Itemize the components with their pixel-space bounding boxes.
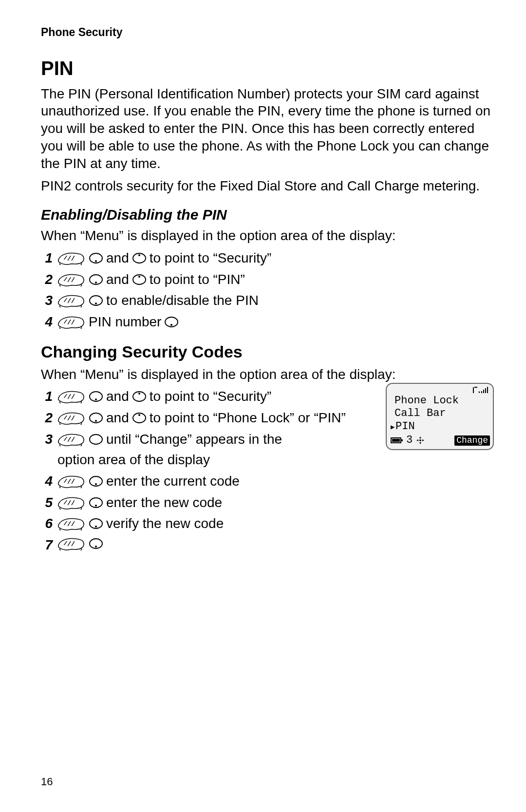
- step-text: to point to “Security”: [150, 249, 272, 267]
- press-hand-icon: [57, 251, 86, 265]
- step-number: 7: [41, 536, 57, 554]
- press-hand-icon: [57, 411, 86, 425]
- step-number: 5: [41, 494, 57, 511]
- step-text: to point to “Phone Lock” or “PIN”: [150, 409, 346, 427]
- navigate-button-icon: [132, 274, 147, 285]
- page-number: 16: [41, 775, 53, 789]
- manual-page: Phone Security PIN The PIN (Personal Ide…: [0, 0, 526, 812]
- step-number: 6: [41, 515, 57, 532]
- step-text: and: [106, 249, 129, 267]
- step-number: 3: [41, 292, 57, 309]
- phone-display-illustration: Phone Lock Call Bar PIN 3 Change: [386, 383, 494, 450]
- step-number: 3: [41, 431, 57, 448]
- enable-step-4: 4 PIN number: [41, 313, 494, 331]
- select-button-icon: [89, 475, 103, 487]
- select-button-icon: [89, 518, 103, 529]
- enable-step-2: 2 and to point to “PIN”: [41, 271, 494, 288]
- step-text: and: [106, 271, 129, 288]
- change-step-4: 4 enter the current code: [41, 472, 494, 490]
- enable-intro: When “Menu” is displayed in the option a…: [41, 227, 494, 245]
- step-text: to enable/disable the PIN: [106, 292, 259, 309]
- step-number: 4: [41, 313, 57, 331]
- press-hand-icon: [57, 315, 86, 329]
- screen-item-pin-selected: PIN: [390, 420, 490, 433]
- heading-changing-codes: Changing Security Codes: [41, 341, 494, 363]
- navigate-button-icon: [132, 412, 147, 424]
- press-hand-icon: [57, 474, 86, 489]
- press-hand-icon: [57, 272, 86, 287]
- select-button-icon: [89, 295, 103, 306]
- step-text: enter the new code: [106, 494, 222, 511]
- step-text: and: [106, 388, 129, 405]
- step-text: and: [106, 409, 129, 427]
- select-button-icon: [164, 316, 179, 328]
- signal-strength-icon: [472, 386, 489, 395]
- pin-paragraph-2: PIN2 controls security for the Fixed Dia…: [41, 177, 494, 195]
- step-number: 1: [41, 249, 57, 267]
- step-number: 4: [41, 472, 57, 490]
- change-step-6: 6 verify the new code: [41, 515, 494, 532]
- screen-item-phone-lock: Phone Lock: [390, 395, 490, 407]
- step-number: 2: [41, 271, 57, 288]
- step-number: 1: [41, 388, 57, 405]
- heading-enable-pin: Enabling/Disabling the PIN: [41, 206, 494, 224]
- press-hand-icon: [57, 536, 86, 551]
- press-hand-icon: [57, 389, 86, 404]
- running-head: Phone Security: [41, 25, 494, 39]
- enable-steps: 1 and to point to “Security” 2 and to po…: [41, 249, 494, 331]
- battery-icon: [391, 436, 403, 444]
- step-text: to point to “PIN”: [150, 271, 245, 288]
- step-text: PIN number: [89, 313, 161, 331]
- screen-item-call-bar: Call Bar: [390, 407, 490, 420]
- heading-pin: PIN: [41, 56, 494, 81]
- press-hand-icon: [57, 293, 86, 308]
- select-button-icon: [89, 391, 103, 402]
- screen-index-number: 3: [406, 434, 413, 447]
- select-button-icon: [89, 252, 103, 264]
- step-text: until “Change” appears in the: [106, 431, 282, 448]
- step-text: to point to “Security”: [150, 388, 272, 405]
- direction-pad-icon: [415, 435, 425, 445]
- select-button-icon: [89, 412, 103, 424]
- select-button-icon: [89, 274, 103, 285]
- enable-step-3: 3 to enable/disable the PIN: [41, 292, 494, 309]
- change-step-5: 5 enter the new code: [41, 494, 494, 511]
- step-text: enter the current code: [106, 472, 240, 490]
- step-text: option area of the display: [57, 451, 389, 469]
- enable-step-1: 1 and to point to “Security”: [41, 249, 494, 267]
- scroll-button-icon: [89, 434, 103, 445]
- navigate-button-icon: [132, 391, 147, 402]
- change-step-7: 7: [41, 536, 494, 554]
- softkey-change-label: Change: [454, 435, 490, 446]
- step-text: verify the new code: [106, 515, 224, 532]
- press-hand-icon: [57, 495, 86, 510]
- changing-intro: When “Menu” is displayed in the option a…: [41, 366, 494, 383]
- select-button-icon: [89, 538, 103, 549]
- navigate-button-icon: [132, 252, 147, 264]
- press-hand-icon: [57, 516, 86, 531]
- press-hand-icon: [57, 432, 86, 447]
- select-button-icon: [89, 497, 103, 509]
- pin-paragraph-1: The PIN (Personal Identification Number)…: [41, 85, 494, 172]
- step-number: 2: [41, 409, 57, 427]
